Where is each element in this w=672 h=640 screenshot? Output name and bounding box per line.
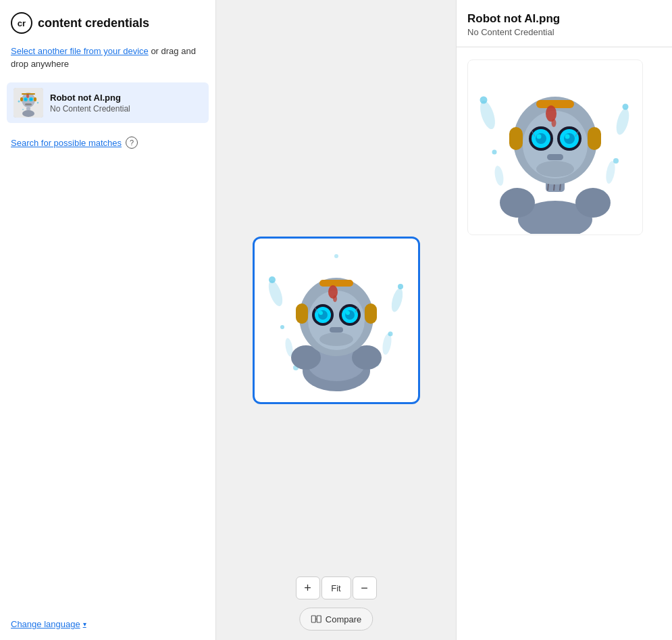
chevron-down-icon: ▾ (83, 620, 86, 628)
svg-point-54 (333, 295, 337, 302)
svg-point-87 (536, 133, 546, 144)
svg-rect-5 (20, 97, 23, 101)
cr-logo-icon: cr (11, 12, 32, 34)
svg-point-10 (30, 99, 32, 101)
svg-rect-51 (330, 327, 343, 333)
svg-point-14 (26, 94, 29, 98)
compare-label: Compare (326, 614, 361, 624)
canvas-image-container (253, 237, 420, 404)
svg-point-23 (269, 276, 276, 283)
svg-point-88 (564, 133, 575, 144)
svg-point-25 (280, 325, 284, 329)
change-language-label: Change language (11, 619, 80, 629)
right-panel: Robot not AI.png No Content Credential (456, 0, 672, 640)
svg-point-89 (537, 134, 542, 139)
info-icon[interactable]: ? (126, 137, 138, 149)
right-panel-image (467, 59, 643, 235)
search-matches-area: Search for possible matches ? (0, 127, 215, 149)
select-file-link[interactable]: Select another file from your device (11, 46, 149, 56)
svg-point-65 (480, 97, 488, 104)
svg-rect-39 (319, 280, 353, 287)
svg-rect-58 (317, 616, 321, 622)
sidebar-header: cr content credentials (0, 0, 215, 41)
right-panel-status: No Content Credential (467, 27, 661, 37)
svg-rect-91 (547, 154, 563, 160)
sidebar: cr content credentials Select another fi… (0, 0, 216, 640)
svg-rect-57 (311, 616, 315, 622)
main-robot-image (255, 239, 417, 401)
svg-rect-41 (365, 303, 377, 324)
svg-point-93 (546, 105, 557, 122)
app-title: content credentials (38, 16, 149, 30)
main-canvas: + Fit − Compare (216, 0, 456, 640)
zoom-in-button[interactable]: + (296, 576, 320, 599)
right-panel-robot-image (469, 61, 642, 234)
svg-point-66 (623, 104, 629, 110)
file-info: Robot not AI.png No Content Credential (50, 93, 130, 114)
right-panel-filename: Robot not AI.png (467, 12, 661, 26)
svg-point-49 (319, 311, 323, 315)
svg-point-26 (388, 331, 392, 336)
svg-point-73 (575, 188, 611, 218)
svg-point-15 (18, 101, 20, 103)
upload-text: Select another file from your device or … (11, 46, 196, 69)
svg-rect-81 (588, 127, 601, 150)
svg-point-52 (319, 333, 353, 346)
svg-point-17 (22, 109, 24, 110)
zoom-controls: + Fit − (296, 576, 377, 599)
right-panel-header: Robot not AI.png No Content Credential (457, 0, 672, 40)
svg-point-9 (25, 99, 27, 101)
svg-point-67 (492, 150, 497, 155)
compare-button[interactable]: Compare (299, 608, 373, 631)
zoom-fit-button[interactable]: Fit (321, 576, 351, 599)
svg-rect-80 (509, 127, 523, 150)
svg-rect-40 (296, 303, 308, 324)
svg-rect-11 (25, 103, 32, 105)
svg-point-68 (613, 158, 619, 164)
svg-point-92 (536, 161, 574, 177)
file-list-item[interactable]: Robot not AI.png No Content Credential (7, 82, 209, 123)
zoom-out-button[interactable]: − (353, 576, 377, 599)
svg-point-72 (500, 188, 535, 218)
svg-point-90 (565, 134, 570, 139)
canvas-image-wrapper (253, 237, 420, 404)
svg-text:cr: cr (18, 18, 26, 28)
svg-rect-12 (26, 107, 30, 110)
sidebar-footer: Change language ▾ (11, 619, 86, 629)
compare-icon (311, 614, 321, 624)
change-language-link[interactable]: Change language ▾ (11, 619, 86, 629)
svg-point-13 (22, 110, 34, 117)
svg-point-50 (346, 311, 350, 315)
file-thumbnail (14, 88, 43, 118)
thumbnail-robot-icon (14, 88, 43, 118)
svg-rect-79 (536, 100, 574, 108)
svg-point-29 (334, 254, 338, 258)
svg-rect-6 (34, 97, 36, 101)
svg-point-16 (37, 102, 38, 103)
search-matches-link[interactable]: Search for possible matches (11, 138, 122, 148)
upload-area: Select another file from your device or … (0, 41, 215, 78)
file-status: No Content Credential (50, 104, 130, 114)
file-name: Robot not AI.png (50, 93, 130, 103)
svg-point-24 (398, 284, 403, 289)
svg-point-94 (552, 119, 557, 127)
right-panel-divider (457, 47, 672, 47)
